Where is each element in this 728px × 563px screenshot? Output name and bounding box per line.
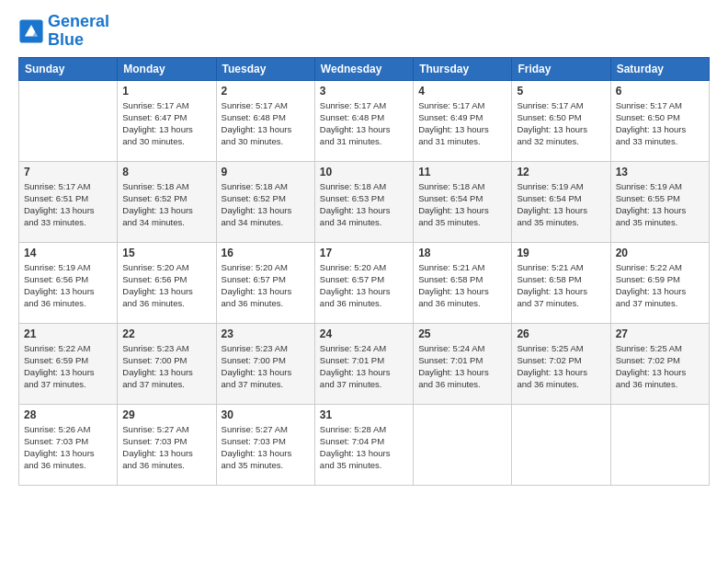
day-number: 22	[122, 327, 210, 340]
day-number: 16	[222, 247, 310, 259]
day-number: 27	[616, 327, 704, 340]
day-info: Sunrise: 5:21 AM Sunset: 6:58 PM Dayligh…	[418, 261, 506, 310]
day-number: 20	[616, 247, 704, 259]
day-number: 17	[320, 247, 408, 259]
day-cell: 30Sunrise: 5:27 AM Sunset: 7:03 PM Dayli…	[216, 404, 314, 485]
day-info: Sunrise: 5:24 AM Sunset: 7:01 PM Dayligh…	[320, 342, 408, 391]
day-number: 26	[517, 327, 605, 340]
day-number: 10	[320, 166, 408, 178]
day-cell: 6Sunrise: 5:17 AM Sunset: 6:50 PM Daylig…	[610, 80, 709, 161]
day-info: Sunrise: 5:19 AM Sunset: 6:56 PM Dayligh…	[24, 261, 112, 310]
day-info: Sunrise: 5:26 AM Sunset: 7:03 PM Dayligh…	[24, 423, 112, 472]
day-cell: 13Sunrise: 5:19 AM Sunset: 6:55 PM Dayli…	[610, 161, 709, 242]
day-number: 4	[418, 85, 506, 98]
day-cell: 11Sunrise: 5:18 AM Sunset: 6:54 PM Dayli…	[414, 161, 512, 242]
day-number: 25	[418, 327, 506, 340]
day-cell: 10Sunrise: 5:18 AM Sunset: 6:53 PM Dayli…	[314, 161, 413, 242]
day-cell: 20Sunrise: 5:22 AM Sunset: 6:59 PM Dayli…	[610, 242, 709, 323]
day-cell: 16Sunrise: 5:20 AM Sunset: 6:57 PM Dayli…	[216, 242, 314, 323]
day-cell: 9Sunrise: 5:18 AM Sunset: 6:52 PM Daylig…	[216, 161, 314, 242]
day-number: 5	[517, 85, 605, 98]
day-cell	[512, 404, 610, 485]
header: General Blue	[18, 9, 710, 50]
day-info: Sunrise: 5:22 AM Sunset: 6:59 PM Dayligh…	[24, 342, 112, 391]
weekday-sunday: Sunday	[19, 57, 118, 80]
day-info: Sunrise: 5:19 AM Sunset: 6:54 PM Dayligh…	[517, 180, 605, 229]
day-cell: 17Sunrise: 5:20 AM Sunset: 6:57 PM Dayli…	[314, 242, 413, 323]
day-cell: 18Sunrise: 5:21 AM Sunset: 6:58 PM Dayli…	[414, 242, 512, 323]
week-row-3: 14Sunrise: 5:19 AM Sunset: 6:56 PM Dayli…	[19, 242, 710, 323]
day-number: 7	[24, 166, 112, 178]
day-cell: 15Sunrise: 5:20 AM Sunset: 6:56 PM Dayli…	[118, 242, 216, 323]
week-row-5: 28Sunrise: 5:26 AM Sunset: 7:03 PM Dayli…	[19, 404, 710, 485]
day-cell: 14Sunrise: 5:19 AM Sunset: 6:56 PM Dayli…	[19, 242, 118, 323]
day-cell: 24Sunrise: 5:24 AM Sunset: 7:01 PM Dayli…	[314, 323, 413, 404]
day-cell: 29Sunrise: 5:27 AM Sunset: 7:03 PM Dayli…	[118, 404, 216, 485]
day-cell: 3Sunrise: 5:17 AM Sunset: 6:48 PM Daylig…	[314, 80, 413, 161]
day-info: Sunrise: 5:20 AM Sunset: 6:56 PM Dayligh…	[122, 261, 210, 310]
day-cell: 19Sunrise: 5:21 AM Sunset: 6:58 PM Dayli…	[512, 242, 610, 323]
day-info: Sunrise: 5:20 AM Sunset: 6:57 PM Dayligh…	[222, 261, 310, 310]
day-info: Sunrise: 5:23 AM Sunset: 7:00 PM Dayligh…	[122, 342, 210, 391]
day-number: 1	[122, 85, 210, 98]
weekday-monday: Monday	[118, 57, 216, 80]
day-number: 28	[24, 408, 112, 421]
day-number: 19	[517, 247, 605, 259]
day-info: Sunrise: 5:17 AM Sunset: 6:50 PM Dayligh…	[517, 99, 605, 148]
day-info: Sunrise: 5:17 AM Sunset: 6:50 PM Dayligh…	[616, 99, 704, 148]
day-info: Sunrise: 5:19 AM Sunset: 6:55 PM Dayligh…	[616, 180, 704, 229]
day-info: Sunrise: 5:27 AM Sunset: 7:03 PM Dayligh…	[122, 423, 210, 472]
day-number: 11	[418, 166, 506, 178]
day-number: 29	[122, 408, 210, 421]
day-cell: 2Sunrise: 5:17 AM Sunset: 6:48 PM Daylig…	[216, 80, 314, 161]
day-info: Sunrise: 5:25 AM Sunset: 7:02 PM Dayligh…	[616, 342, 704, 391]
day-cell: 21Sunrise: 5:22 AM Sunset: 6:59 PM Dayli…	[19, 323, 118, 404]
day-info: Sunrise: 5:25 AM Sunset: 7:02 PM Dayligh…	[517, 342, 605, 391]
day-info: Sunrise: 5:28 AM Sunset: 7:04 PM Dayligh…	[320, 423, 408, 472]
day-number: 18	[418, 247, 506, 259]
weekday-header-row: SundayMondayTuesdayWednesdayThursdayFrid…	[19, 57, 710, 80]
day-number: 6	[616, 85, 704, 98]
day-cell: 5Sunrise: 5:17 AM Sunset: 6:50 PM Daylig…	[512, 80, 610, 161]
day-info: Sunrise: 5:18 AM Sunset: 6:52 PM Dayligh…	[222, 180, 310, 229]
week-row-2: 7Sunrise: 5:17 AM Sunset: 6:51 PM Daylig…	[19, 161, 710, 242]
day-info: Sunrise: 5:27 AM Sunset: 7:03 PM Dayligh…	[222, 423, 310, 472]
weekday-tuesday: Tuesday	[216, 57, 314, 80]
calendar-table: SundayMondayTuesdayWednesdayThursdayFrid…	[18, 57, 710, 486]
day-cell: 28Sunrise: 5:26 AM Sunset: 7:03 PM Dayli…	[19, 404, 118, 485]
day-info: Sunrise: 5:23 AM Sunset: 7:00 PM Dayligh…	[222, 342, 310, 391]
day-cell: 23Sunrise: 5:23 AM Sunset: 7:00 PM Dayli…	[216, 323, 314, 404]
logo-blue: Blue	[48, 30, 84, 49]
day-info: Sunrise: 5:18 AM Sunset: 6:53 PM Dayligh…	[320, 180, 408, 229]
day-info: Sunrise: 5:17 AM Sunset: 6:48 PM Dayligh…	[320, 99, 408, 148]
day-info: Sunrise: 5:18 AM Sunset: 6:54 PM Dayligh…	[418, 180, 506, 229]
day-number: 3	[320, 85, 408, 98]
day-number: 8	[122, 166, 210, 178]
week-row-1: 1Sunrise: 5:17 AM Sunset: 6:47 PM Daylig…	[19, 80, 710, 161]
day-info: Sunrise: 5:20 AM Sunset: 6:57 PM Dayligh…	[320, 261, 408, 310]
day-cell: 31Sunrise: 5:28 AM Sunset: 7:04 PM Dayli…	[314, 404, 413, 485]
day-number: 21	[24, 327, 112, 340]
day-info: Sunrise: 5:22 AM Sunset: 6:59 PM Dayligh…	[616, 261, 704, 310]
day-cell	[610, 404, 709, 485]
logo-general: General	[48, 12, 109, 30]
day-number: 23	[222, 327, 310, 340]
day-cell: 1Sunrise: 5:17 AM Sunset: 6:47 PM Daylig…	[118, 80, 216, 161]
day-info: Sunrise: 5:17 AM Sunset: 6:49 PM Dayligh…	[418, 99, 506, 148]
day-number: 12	[517, 166, 605, 178]
logo: General Blue	[18, 13, 109, 50]
day-info: Sunrise: 5:17 AM Sunset: 6:51 PM Dayligh…	[24, 180, 112, 229]
week-row-4: 21Sunrise: 5:22 AM Sunset: 6:59 PM Dayli…	[19, 323, 710, 404]
day-number: 30	[222, 408, 310, 421]
day-info: Sunrise: 5:24 AM Sunset: 7:01 PM Dayligh…	[418, 342, 506, 391]
day-cell: 26Sunrise: 5:25 AM Sunset: 7:02 PM Dayli…	[512, 323, 610, 404]
day-number: 2	[222, 85, 310, 98]
day-number: 24	[320, 327, 408, 340]
day-cell	[19, 80, 118, 161]
weekday-saturday: Saturday	[610, 57, 709, 80]
day-number: 9	[222, 166, 310, 178]
day-number: 15	[122, 247, 210, 259]
day-info: Sunrise: 5:18 AM Sunset: 6:52 PM Dayligh…	[122, 180, 210, 229]
weekday-thursday: Thursday	[414, 57, 512, 80]
day-number: 31	[320, 408, 408, 421]
